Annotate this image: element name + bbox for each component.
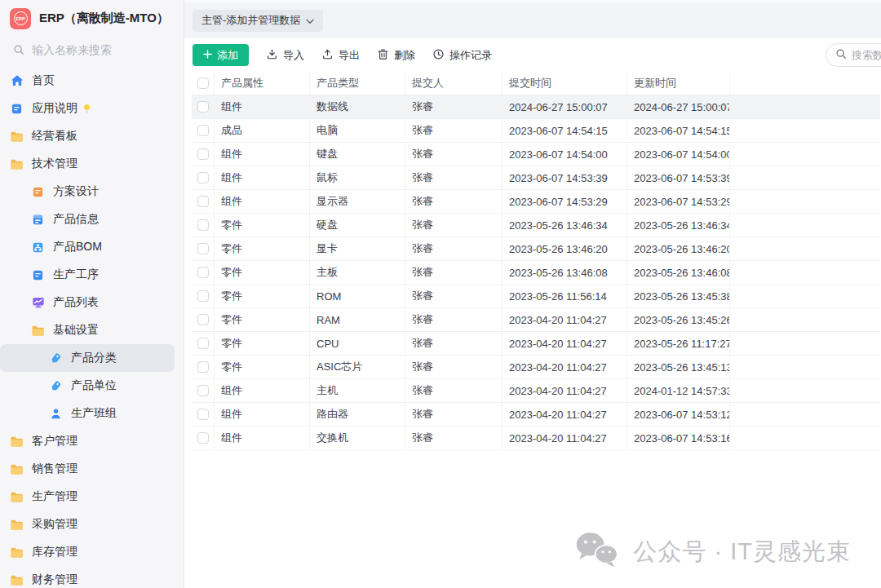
cell-product-attr: 成品 (215, 119, 310, 142)
cell-product-attr: 组件 (215, 379, 310, 402)
sidebar-item[interactable]: 生产班组 (0, 400, 175, 427)
person-icon (49, 407, 63, 421)
row-checkbox[interactable] (197, 196, 209, 207)
folder-icon (10, 573, 24, 587)
sidebar-item[interactable]: 产品分类 (0, 344, 175, 372)
table-row[interactable]: 组件键盘张睿2023-06-07 14:54:002023-06-07 14:5… (192, 143, 880, 166)
cell-submitter: 张睿 (405, 332, 502, 355)
import-button-label: 导入 (283, 48, 304, 63)
cell-product-type: 数据线 (310, 95, 405, 118)
sidebar-item-label: 技术管理 (32, 157, 77, 171)
row-checkbox[interactable] (197, 385, 209, 396)
cell-product-attr: 零件 (215, 214, 310, 237)
row-checkbox[interactable] (197, 314, 209, 325)
row-checkbox[interactable] (197, 267, 209, 278)
folder-icon (10, 462, 24, 476)
sidebar-item[interactable]: 客户管理 (0, 427, 175, 455)
export-button-label: 导出 (339, 48, 360, 63)
data-table: 产品属性产品类型提交人提交时间更新时间组件数据线张睿2024-06-27 15:… (192, 72, 880, 450)
row-checkbox[interactable] (197, 243, 209, 254)
table-row[interactable]: 成品电脑张睿2023-06-07 14:54:152023-06-07 14:5… (192, 119, 880, 143)
row-checkbox[interactable] (197, 409, 209, 420)
row-checkbox[interactable] (197, 219, 209, 231)
table-row[interactable]: 组件路由器张睿2023-04-20 11:04:272023-06-07 14:… (192, 403, 880, 427)
row-checkbox[interactable] (197, 125, 209, 136)
cell-product-attr: 零件 (215, 356, 310, 378)
cell-update-time: 2023-05-26 13:45:13 (627, 356, 730, 378)
sidebar-item[interactable]: 销售管理 (0, 455, 175, 483)
row-checkbox-cell (192, 261, 215, 284)
sidebar-item-label: 库存管理 (32, 545, 77, 559)
import-icon (266, 48, 278, 63)
import-button[interactable]: 导入 (266, 48, 304, 63)
table-row[interactable]: 零件硬盘张睿2023-05-26 13:46:342023-05-26 13:4… (192, 214, 880, 237)
row-checkbox[interactable] (197, 148, 209, 160)
add-button[interactable]: 添加 (193, 44, 249, 66)
table-row[interactable]: 零件CPU张睿2023-04-20 11:04:272023-05-26 11:… (192, 332, 880, 356)
table-row[interactable]: 组件鼠标张睿2023-06-07 14:53:392023-06-07 14:5… (192, 166, 880, 190)
delete-button[interactable]: 删除 (377, 48, 415, 63)
row-checkbox[interactable] (197, 172, 209, 183)
row-checkbox[interactable] (197, 361, 209, 373)
sidebar-item-label: 生产管理 (32, 489, 77, 504)
cell-submit-time: 2023-04-20 11:04:27 (502, 379, 627, 402)
doc-blue-icon (31, 268, 45, 282)
sidebar-search[interactable] (0, 38, 184, 62)
cell-product-attr: 组件 (215, 427, 310, 449)
sidebar-item[interactable]: 财务管理 (0, 566, 175, 588)
bulb-icon (82, 104, 92, 114)
cell-submitter: 张睿 (405, 285, 502, 307)
view-selector-dropdown[interactable]: 主管-添加并管理数据 (193, 10, 323, 32)
sidebar-search-input[interactable] (32, 43, 170, 56)
row-checkbox[interactable] (197, 101, 209, 113)
table-row[interactable]: 组件数据线张睿2024-06-27 15:00:072024-06-27 15:… (192, 95, 880, 119)
sidebar-item[interactable]: 生产管理 (0, 483, 175, 511)
cell-submit-time: 2023-06-07 14:53:29 (502, 190, 627, 213)
table-row[interactable]: 组件显示器张睿2023-06-07 14:53:292023-06-07 14:… (192, 190, 880, 214)
row-checkbox[interactable] (197, 338, 209, 349)
table-search[interactable] (826, 43, 881, 67)
doc-orange-icon (31, 185, 45, 199)
sidebar-item[interactable]: 经营看板 (0, 122, 175, 150)
table-row[interactable]: 组件交换机张睿2023-04-20 11:04:272023-06-07 14:… (192, 427, 880, 450)
sidebar-item[interactable]: 产品信息 (0, 206, 175, 233)
cell-product-attr: 组件 (215, 95, 310, 118)
folder-open-icon (10, 157, 24, 171)
cell-product-attr: 零件 (215, 332, 310, 355)
cell-product-attr: 组件 (215, 190, 310, 213)
folder-open-icon (31, 324, 45, 338)
cell-update-time: 2023-06-07 14:53:29 (627, 190, 730, 213)
table-row[interactable]: 组件主机张睿2023-04-20 11:04:272024-01-12 14:5… (192, 379, 880, 403)
table-search-input[interactable] (852, 49, 881, 61)
row-checkbox[interactable] (197, 290, 209, 302)
cell-submit-time: 2023-04-20 11:04:27 (502, 427, 627, 449)
cell-submitter: 张睿 (405, 190, 502, 213)
cell-submitter: 张睿 (405, 379, 502, 402)
sidebar-item[interactable]: 产品BOM (0, 233, 175, 261)
sidebar-item[interactable]: 库存管理 (0, 538, 175, 566)
sidebar-item[interactable]: 产品单位 (0, 372, 175, 400)
sidebar-item[interactable]: 产品列表 (0, 289, 175, 316)
export-button[interactable]: 导出 (321, 48, 360, 63)
app-title: ERP（离散制造-MTO） (39, 11, 169, 26)
operation-log-button[interactable]: 操作记录 (432, 48, 492, 63)
select-all-checkbox[interactable] (197, 77, 209, 89)
sidebar-item[interactable]: 方案设计 (0, 178, 175, 206)
cell-update-time: 2024-06-27 15:00:07 (627, 95, 730, 118)
row-checkbox[interactable] (197, 432, 209, 444)
cell-product-type: ASIC芯片 (310, 356, 405, 378)
sidebar-item[interactable]: 生产工序 (0, 261, 175, 289)
sidebar-item[interactable]: 应用说明 (0, 95, 175, 122)
sidebar-item[interactable]: 技术管理 (0, 150, 175, 178)
table-row[interactable]: 零件主板张睿2023-05-26 13:46:082023-05-26 13:4… (192, 261, 880, 285)
cell-submitter: 张睿 (405, 95, 502, 118)
cell-filler (730, 379, 880, 402)
table-row[interactable]: 零件显卡张睿2023-05-26 13:46:202023-05-26 13:4… (192, 237, 880, 261)
table-row[interactable]: 零件ROM张睿2023-05-26 11:56:142023-05-26 13:… (192, 285, 880, 308)
cell-product-attr: 零件 (215, 237, 310, 260)
sidebar-item[interactable]: 基础设置 (0, 316, 175, 344)
table-row[interactable]: 零件RAM张睿2023-04-20 11:04:272023-05-26 13:… (192, 308, 880, 332)
table-row[interactable]: 零件ASIC芯片张睿2023-04-20 11:04:272023-05-26 … (192, 356, 880, 379)
sidebar-item[interactable]: 首页 (0, 67, 175, 95)
sidebar-item[interactable]: 采购管理 (0, 511, 175, 538)
